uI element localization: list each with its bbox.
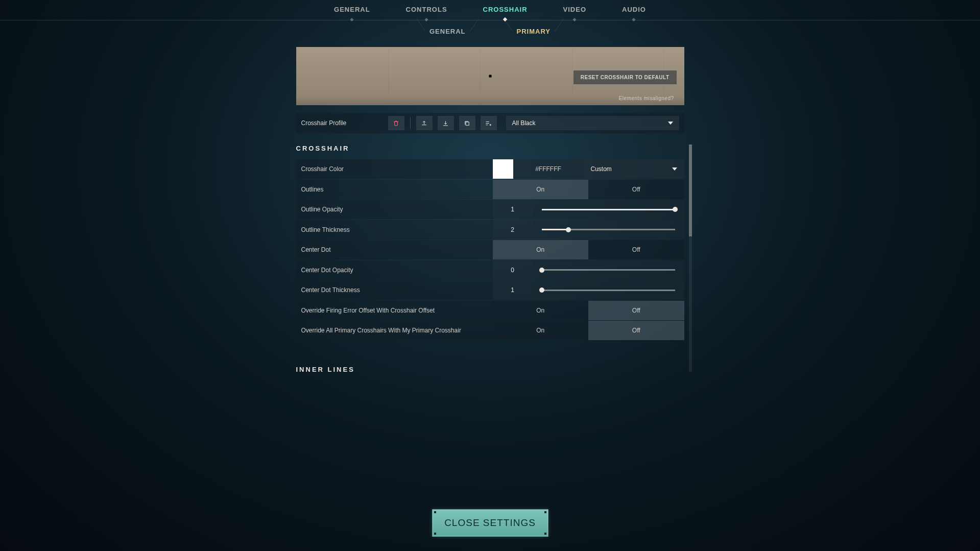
color-swatch[interactable] — [493, 159, 513, 179]
center-dot-opacity-value[interactable]: 0 — [493, 260, 533, 280]
override-firing-off[interactable]: Off — [588, 301, 684, 320]
override-all-primary-toggle: On Off — [493, 321, 684, 340]
delete-profile-button[interactable] — [388, 116, 404, 130]
crosshair-color-mode-value: Custom — [591, 165, 612, 173]
crosshair-dot — [489, 75, 491, 78]
settings-content: RESET CROSSHAIR TO DEFAULT Elements misa… — [296, 47, 684, 373]
outlines-off[interactable]: Off — [588, 180, 684, 199]
label-override-firing-error: Override Firing Error Offset With Crossh… — [301, 307, 493, 314]
crosshair-color-mode-select[interactable]: Custom — [584, 159, 684, 179]
subtab-primary[interactable]: PRIMARY — [517, 28, 551, 35]
crosshair-profile-label: Crosshair Profile — [301, 119, 383, 127]
new-profile-button[interactable] — [481, 116, 497, 130]
row-override-all-primmodel: Override All Primary Crosshairs With My … — [296, 321, 684, 340]
center-dot-thickness-slider[interactable] — [533, 280, 684, 300]
label-center-dot-opacity: Center Dot Opacity — [301, 267, 493, 274]
crosshair-profile-select[interactable]: All Black — [506, 116, 679, 130]
override-all-primary-on[interactable]: On — [493, 321, 589, 340]
settings-scroll-area: CROSSHAIR Crosshair Color #FFFFFF Custom… — [296, 145, 684, 373]
row-crosshair-color: Crosshair Color #FFFFFF Custom — [296, 159, 684, 179]
icon-separator — [410, 117, 411, 129]
row-outline-opacity: Outline Opacity 1 — [296, 200, 684, 219]
row-center-dot-opacity: Center Dot Opacity 0 — [296, 260, 684, 280]
scrollbar[interactable] — [689, 145, 692, 372]
label-center-dot-thickness: Center Dot Thickness — [301, 286, 493, 294]
crosshair-profile-selected: All Black — [512, 119, 536, 127]
outline-thickness-value[interactable]: 2 — [493, 220, 533, 239]
list-add-icon — [485, 119, 492, 127]
outline-opacity-slider[interactable] — [533, 200, 684, 219]
tab-crosshair[interactable]: CROSSHAIR — [483, 0, 528, 20]
crosshair-section-heading: CROSSHAIR — [296, 145, 684, 152]
duplicate-profile-button[interactable] — [459, 116, 475, 130]
trash-icon — [392, 119, 400, 127]
sub-tab-bar: GENERAL PRIMARY — [0, 20, 980, 42]
row-center-dot-thickness: Center Dot Thickness 1 — [296, 280, 684, 300]
crosshair-profile-row: Crosshair Profile All Black — [296, 113, 684, 133]
center-dot-opacity-slider[interactable] — [533, 260, 684, 280]
import-profile-button[interactable] — [438, 116, 454, 130]
outline-thickness-slider[interactable] — [533, 220, 684, 239]
label-override-all-primary: Override All Primary Crosshairs With My … — [301, 327, 493, 334]
close-settings-button[interactable]: CLOSE SETTINGS — [432, 509, 548, 537]
svg-rect-0 — [466, 122, 469, 125]
inner-lines-section-heading: INNER LINES — [296, 366, 684, 373]
center-dot-toggle: On Off — [493, 240, 684, 259]
tab-general[interactable]: GENERAL — [334, 0, 370, 20]
label-outline-opacity: Outline Opacity — [301, 206, 493, 213]
row-center-dot: Center Dot On Off — [296, 240, 684, 259]
crosshair-preview: RESET CROSSHAIR TO DEFAULT Elements misa… — [296, 47, 684, 105]
center-dot-off[interactable]: Off — [588, 240, 684, 259]
tab-controls[interactable]: CONTROLS — [406, 0, 447, 20]
override-all-primary-off[interactable]: Off — [588, 321, 684, 340]
outlines-toggle: On Off — [493, 180, 684, 199]
download-icon — [442, 119, 449, 127]
label-crosshair-color: Crosshair Color — [301, 165, 493, 173]
crosshair-color-hex[interactable]: #FFFFFF — [513, 159, 584, 179]
outline-opacity-value[interactable]: 1 — [493, 200, 533, 219]
main-tab-bar: GENERAL CONTROLS CROSSHAIR VIDEO AUDIO — [0, 0, 980, 20]
export-profile-button[interactable] — [416, 116, 433, 130]
tab-audio[interactable]: AUDIO — [622, 0, 646, 20]
row-outline-thickness: Outline Thickness 2 — [296, 220, 684, 239]
chevron-down-icon — [668, 122, 673, 125]
reset-crosshair-button[interactable]: RESET CROSSHAIR TO DEFAULT — [573, 70, 677, 84]
label-center-dot: Center Dot — [301, 246, 493, 253]
override-firing-toggle: On Off — [493, 301, 684, 320]
subtab-general[interactable]: GENERAL — [429, 28, 466, 35]
row-outlines: Outlines On Off — [296, 180, 684, 199]
elements-misaligned-link[interactable]: Elements misaligned? — [619, 95, 674, 101]
upload-icon — [420, 119, 428, 127]
chevron-down-icon — [672, 167, 677, 171]
copy-icon — [463, 119, 471, 127]
override-firing-on[interactable]: On — [493, 301, 589, 320]
close-settings-label: CLOSE SETTINGS — [444, 517, 536, 529]
outlines-on[interactable]: On — [493, 180, 589, 199]
row-override-firing-error: Override Firing Error Offset With Crossh… — [296, 301, 684, 320]
label-outline-thickness: Outline Thickness — [301, 226, 493, 233]
center-dot-thickness-value[interactable]: 1 — [493, 280, 533, 300]
scrollbar-thumb[interactable] — [689, 145, 692, 236]
label-outlines: Outlines — [301, 186, 493, 193]
tab-video[interactable]: VIDEO — [563, 0, 586, 20]
center-dot-on[interactable]: On — [493, 240, 589, 259]
